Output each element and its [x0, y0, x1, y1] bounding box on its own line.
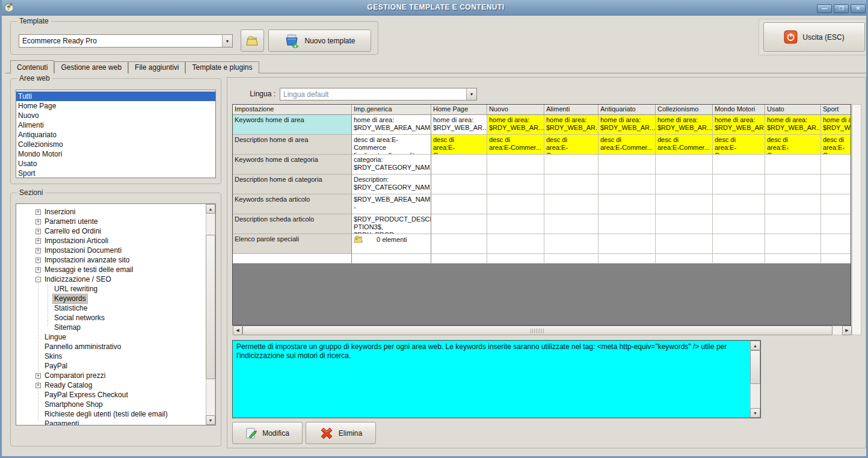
grid-hscroll-thumb[interactable] [242, 326, 833, 335]
grid-area-value[interactable]: home di area: $RDY_WEB_AR... [713, 115, 765, 135]
sezioni-tree[interactable]: +Inserzioni+Parametri utente+Carrello ed… [16, 203, 216, 426]
grid-row-name[interactable]: Keywords home di area [233, 115, 352, 135]
grid-area-value[interactable] [431, 194, 487, 214]
grid-area-value[interactable] [599, 214, 656, 234]
grid-area-value[interactable]: home di area: $RDY_WEB_AR... [656, 115, 713, 135]
tree-item-lingue[interactable]: Lingue [16, 332, 215, 342]
tab-contenuti[interactable]: Contenuti [10, 60, 54, 73]
grid-area-value[interactable] [487, 194, 544, 214]
grid-area-value[interactable] [713, 214, 765, 234]
grid-area-value[interactable] [765, 194, 821, 214]
grid-area-value[interactable] [599, 194, 656, 214]
tree-item-url-rewriting[interactable]: URL rewriting [16, 284, 215, 294]
grid-area-value[interactable]: desc di area:E-Commer... [544, 135, 599, 155]
area-item-usato[interactable]: Usato [16, 159, 215, 169]
tree-item-richieste-degli-utenti-testi-delle-email[interactable]: Richieste degli utenti (testi delle emai… [16, 409, 215, 419]
grid-row-name[interactable]: Description scheda articolo [233, 214, 352, 234]
area-item-mondo-motori[interactable]: Mondo Motori [16, 149, 215, 159]
grid-row-name[interactable]: Description home di area [233, 135, 352, 155]
tree-item-ready-catalog[interactable]: +Ready Catalog [16, 380, 215, 390]
tree-item-inserzioni[interactable]: +Inserzioni [16, 207, 215, 217]
grid-generic-value[interactable]: $RDY_WEB_AREA_NAME$ - [352, 194, 431, 214]
grid-area-value[interactable] [656, 155, 713, 175]
grid-area-value[interactable]: home di area: $RDY_WEB_AR... [431, 115, 487, 135]
grid-area-value[interactable] [765, 214, 821, 234]
grid-row-name[interactable]: Elenco parole speciali [233, 234, 352, 254]
maximize-icon[interactable]: ❐ [834, 4, 849, 13]
area-item-home-page[interactable]: Home Page [16, 101, 215, 111]
close-icon[interactable]: ✕ [851, 4, 866, 13]
grid-area-value[interactable] [656, 194, 713, 214]
tree-item-indicizzazione-seo[interactable]: -Indicizzazione / SEO [16, 274, 215, 284]
tree-item-comparatori-prezzi[interactable]: +Comparatori prezzi [16, 371, 215, 380]
expand-plus-icon[interactable]: + [35, 219, 41, 224]
lingua-combobox[interactable]: Lingua default ▼ [280, 88, 477, 101]
grid-area-value[interactable]: home di area: $RDY_WEB_AR... [765, 115, 821, 135]
modify-button[interactable]: Modifica [232, 422, 303, 444]
grid-area-value[interactable] [487, 214, 544, 234]
grid-area-value[interactable] [544, 234, 599, 254]
info-scroll-down-icon[interactable]: ▼ [750, 408, 760, 418]
grid-area-value[interactable] [656, 234, 713, 254]
grid-area-value[interactable] [765, 234, 821, 254]
tree-item-messaggi-e-testi-delle-email[interactable]: +Messaggi e testi delle email [16, 265, 215, 274]
grid-area-value[interactable] [821, 214, 851, 234]
collapse-minus-icon[interactable]: - [35, 277, 41, 282]
grid-area-value[interactable] [821, 175, 851, 194]
tree-item-paypal[interactable]: PayPal [16, 361, 215, 371]
grid-area-value[interactable] [544, 214, 599, 234]
grid-vscrollbar[interactable] [852, 104, 861, 335]
grid-area-value[interactable]: home di area: $RDY_WEB_AR... [821, 115, 851, 135]
grid-area-value[interactable]: home di area: $RDY_WEB_AR... [544, 115, 599, 135]
tree-item-skins[interactable]: Skins [16, 351, 215, 361]
grid-generic-value[interactable]: 0 elementi [352, 234, 431, 254]
template-combobox[interactable]: Ecommerce Ready Pro ▼ [19, 34, 233, 48]
expand-plus-icon[interactable]: + [35, 267, 41, 273]
tab-gestione-aree-web[interactable]: Gestione aree web [54, 61, 128, 73]
tree-item-impostazioni-avanzate-sito[interactable]: +Impostazioni avanzate sito [16, 255, 215, 265]
expand-plus-icon[interactable]: + [35, 229, 41, 234]
grid-area-value[interactable] [713, 175, 765, 194]
expand-plus-icon[interactable]: + [35, 248, 41, 253]
grid-generic-value[interactable]: categoria: $RDY_CATEGORY_NAM... [352, 155, 431, 175]
grid-scroll-left-icon[interactable]: ◀ [233, 326, 242, 335]
grid-area-value[interactable] [821, 194, 851, 214]
area-item-collezionismo[interactable]: Collezionismo [16, 140, 215, 149]
area-item-sport[interactable]: Sport [16, 169, 215, 178]
area-item-alimenti[interactable]: Alimenti [16, 120, 215, 130]
grid-row-name[interactable]: Description home di categoria [233, 175, 352, 194]
grid-generic-value[interactable]: home di area: $RDY_WEB_AREA_NAME$ [352, 115, 431, 135]
grid-area-value[interactable]: desc di area:E-Commer... [656, 135, 713, 155]
grid-area-value[interactable] [599, 155, 656, 175]
grid-area-value[interactable] [431, 234, 487, 254]
grid-row-name[interactable]: Keywords home di categoria [233, 155, 352, 175]
grid-area-value[interactable] [765, 175, 821, 194]
grid-area-value[interactable] [713, 155, 765, 175]
grid-area-value[interactable] [544, 155, 599, 175]
setting-description-box[interactable]: Permette di impostare un gruppo di keywo… [232, 340, 761, 418]
grid-area-value[interactable]: home di area: $RDY_WEB_AR... [487, 115, 544, 135]
tab-template-e-plugins[interactable]: Template e plugins [185, 61, 259, 73]
grid-area-value[interactable] [487, 234, 544, 254]
exit-button[interactable]: Uscita (ESC) [763, 22, 865, 52]
grid-area-value[interactable] [487, 175, 544, 194]
area-item-antiquariato[interactable]: Antiquariato [16, 130, 215, 140]
expand-plus-icon[interactable]: + [35, 258, 41, 263]
new-template-button[interactable]: Nuovo template [268, 29, 371, 52]
info-scroll-up-icon[interactable]: ▲ [750, 341, 760, 350]
area-item-tutti[interactable]: Tutti [16, 91, 215, 101]
grid-generic-value[interactable]: Description: $RDY_CATEGORY_NAM... [352, 175, 431, 194]
chevron-down-icon[interactable]: ▼ [466, 88, 476, 100]
tree-item-pagamenti[interactable]: Pagamenti [16, 419, 215, 426]
tree-item-parametri-utente[interactable]: +Parametri utente [16, 217, 215, 226]
expand-plus-icon[interactable]: + [35, 383, 41, 388]
tree-item-keywords[interactable]: Keywords [16, 294, 215, 303]
grid-area-value[interactable]: desc di area:E-Commer... [487, 135, 544, 155]
grid-area-value[interactable] [431, 175, 487, 194]
grid-row-name[interactable]: Keywords scheda articolo [233, 194, 352, 214]
grid-area-value[interactable] [599, 234, 656, 254]
area-item-nuovo[interactable]: Nuovo [16, 111, 215, 120]
tree-item-smartphone-shop[interactable]: Smartphone Shop [16, 400, 215, 409]
grid-area-value[interactable] [431, 155, 487, 175]
grid-area-value[interactable]: desc di area:E-Commer... [713, 135, 765, 155]
